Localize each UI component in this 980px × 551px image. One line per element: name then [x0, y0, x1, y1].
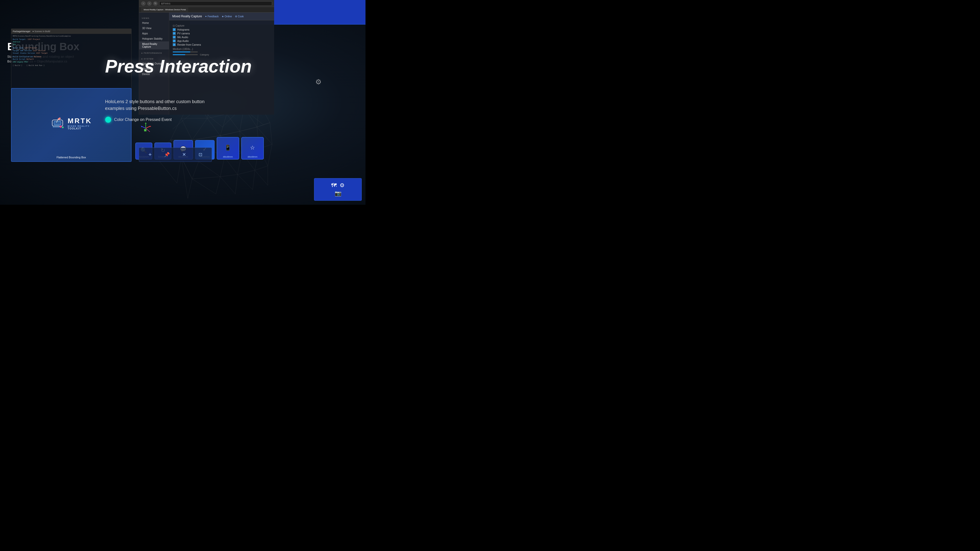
wide-toolbar-btn[interactable]: 🗺 ⚙ 📷: [314, 178, 362, 201]
portal-header-online[interactable]: ★ Online: [222, 15, 232, 18]
browser-forward-btn[interactable]: ›: [147, 1, 152, 6]
portal-header-feedback[interactable]: ✦ Feedback: [205, 15, 219, 18]
editor-titlebar: PackageManager ● Scenes In Build: [11, 29, 131, 34]
mrc-checkbox-pvcamera[interactable]: ✓ PV camera: [173, 32, 270, 35]
browser-refresh-btn[interactable]: ↻: [153, 1, 158, 6]
svg-rect-66: [144, 129, 146, 131]
browser-tab-mrc[interactable]: Mixed Reality Capture - Windows Device P…: [141, 8, 188, 12]
mrtk-panel: MRTK MIXED REALITY TOOLKIT Flattened Bou…: [11, 88, 132, 162]
svg-marker-33: [192, 177, 220, 194]
sidebar-item-bluetooth[interactable]: Bluetooth: [139, 66, 169, 71]
browser-bar: ‹ › ↻ 127.0.0.1: [139, 0, 274, 7]
mrtk-text-block: MRTK MIXED REALITY TOOLKIT: [67, 117, 92, 130]
sidebar-item-home[interactable]: Home: [139, 20, 169, 25]
gear-icon: ⚙: [340, 182, 345, 189]
browser-tabs: Mixed Reality Capture - Windows Device P…: [139, 7, 274, 13]
mrc-checkbox-appaudio[interactable]: ✓ App Audio: [173, 40, 270, 43]
svg-line-60: [146, 126, 150, 128]
browser-url-bar[interactable]: 127.0.0.1: [159, 1, 272, 6]
sidebar-item-hologram[interactable]: Hologram Stability: [139, 36, 169, 41]
editor-tab-project[interactable]: ● Scenes In Build: [32, 30, 50, 33]
mrc-checkbox-holograms[interactable]: ✓ Holograms: [173, 28, 270, 31]
mrtk-line1: MIXED REALITY: [67, 125, 92, 127]
svg-marker-5: [192, 118, 220, 140]
portal-header: Mixed Reality Capture ✦ Feedback ★ Onlin…: [169, 13, 274, 20]
mrc-checkbox-mic[interactable]: ✓ Mic Audio: [173, 36, 270, 39]
sidebar-item-mrc[interactable]: Mixed Reality Capture: [139, 41, 169, 49]
portal-header-title: Mixed Reality Capture: [172, 14, 202, 18]
device-portal: ‹ › ↻ 127.0.0.1 Mixed Reality Capture - …: [139, 0, 274, 115]
sidebar-section-system: ▸ System: [139, 57, 169, 61]
browser-back-btn[interactable]: ‹: [141, 1, 146, 6]
mrtk-logo-icon: [51, 116, 65, 130]
svg-marker-36: [255, 166, 268, 186]
svg-marker-34: [220, 175, 237, 194]
mrc-panel: ⊡ Capture ✓ Holograms ✓ PV camera ✓ Mic …: [169, 20, 274, 59]
gear-spinner: ⚙: [315, 78, 321, 86]
btn-star-48[interactable]: ☆ 48x48mm: [241, 137, 264, 160]
sidebar-item-app-crash[interactable]: App Crash Dumps: [139, 61, 169, 66]
camera-icon: 📷: [335, 190, 341, 197]
mini-toolbar-window[interactable]: ⊡: [199, 152, 202, 157]
map-icon: 🗺: [331, 182, 337, 189]
editor-title: PackageManager: [13, 30, 30, 33]
btn-phone-48[interactable]: 📱 48x48mm: [216, 137, 239, 160]
mrc-checkbox-rendercamera[interactable]: ✓ Render from Camera: [173, 43, 270, 46]
svg-marker-65: [145, 122, 146, 124]
mini-toolbar-add[interactable]: +: [148, 151, 152, 158]
svg-marker-0: [170, 118, 192, 140]
svg-marker-35: [237, 170, 255, 190]
svg-marker-32: [181, 157, 192, 198]
portal-header-cook[interactable]: ⚙ Cook: [235, 15, 244, 18]
mrtk-logo-area: MRTK MIXED REALITY TOOLKIT: [51, 116, 92, 130]
sidebar-section-views: Views: [139, 16, 169, 20]
mrtk-bottom-label: Flattened Bounding Box: [56, 156, 86, 159]
sidebar-item-3dview[interactable]: 3D View: [139, 25, 169, 31]
editor-content: MRTK/Scenes/HandTracking/Scenes/HandInte…: [11, 34, 131, 68]
sidebar-item-device[interactable]: Device: [139, 71, 169, 77]
sidebar-item-apps[interactable]: Apps: [139, 31, 169, 36]
svg-rect-49: [54, 121, 61, 125]
portal-main: Mixed Reality Capture ✦ Feedback ★ Onlin…: [169, 13, 274, 115]
mrc-slider-category[interactable]: Category: [173, 54, 270, 56]
mrc-capture-section: ⊡ Capture: [173, 24, 270, 27]
coord-axes: [139, 121, 153, 135]
mini-toolbar-pin[interactable]: 📌: [164, 152, 170, 157]
portal-sidebar: Views Home 3D View Apps Hologram Stabili…: [139, 13, 169, 115]
mrc-slider-framerate[interactable]: [173, 51, 270, 52]
svg-marker-9: [220, 114, 240, 135]
mrtk-letters: MRTK: [67, 117, 92, 125]
svg-point-58: [60, 125, 62, 127]
mini-toolbar: + 📌 ✕ ⊡: [139, 148, 212, 162]
svg-point-59: [62, 127, 64, 128]
mini-toolbar-close[interactable]: ✕: [182, 152, 186, 157]
sidebar-section-performance: ▸ Performance: [139, 51, 169, 55]
bottom-toolbar-area: 🗺 ⚙ 📷: [314, 178, 362, 201]
portal-body: Views Home 3D View Apps Hologram Stabili…: [139, 13, 274, 115]
mrtk-line2: TOOLKIT: [67, 127, 92, 130]
